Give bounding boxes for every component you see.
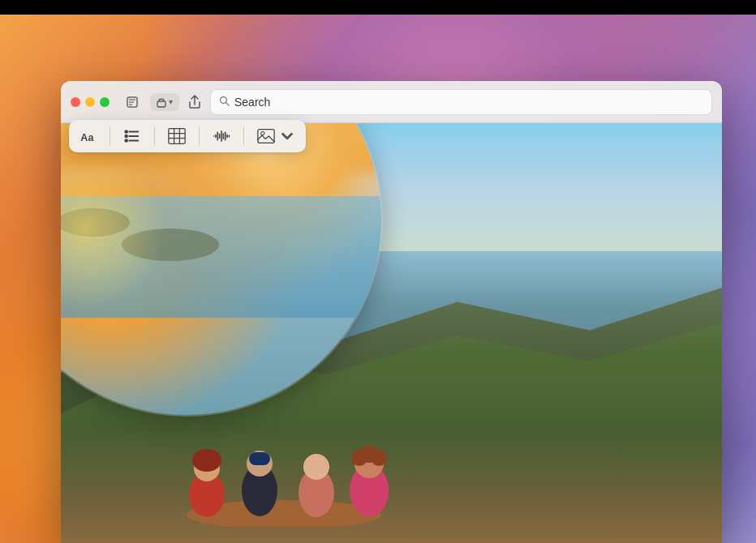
audio-button[interactable] xyxy=(213,127,230,145)
toolbar-divider-1 xyxy=(110,126,110,146)
share-button[interactable] xyxy=(183,90,207,114)
svg-point-10 xyxy=(192,449,221,472)
search-text: Search xyxy=(234,96,703,109)
toolbar-left xyxy=(71,91,144,113)
media-icon xyxy=(257,127,275,145)
svg-rect-13 xyxy=(249,452,270,465)
floating-toolbar: Aa xyxy=(69,120,306,152)
svg-point-43 xyxy=(261,132,264,135)
list-button[interactable] xyxy=(123,127,141,145)
magnifier-overlay xyxy=(61,123,381,415)
svg-point-22 xyxy=(124,130,128,134)
search-icon xyxy=(219,96,230,109)
lock-icon xyxy=(157,96,166,108)
svg-rect-28 xyxy=(169,129,185,144)
toolbar-divider-4 xyxy=(243,126,244,146)
media-button[interactable] xyxy=(257,127,296,145)
media-chevron-icon xyxy=(278,127,296,145)
traffic-light-close[interactable] xyxy=(71,97,80,107)
share-icon xyxy=(188,95,201,109)
svg-point-26 xyxy=(124,139,128,143)
edit-button[interactable] xyxy=(121,91,144,113)
lock-chevron: ▾ xyxy=(169,97,173,106)
svg-text:Aa: Aa xyxy=(80,132,94,143)
svg-rect-42 xyxy=(258,130,274,143)
svg-rect-4 xyxy=(157,101,165,107)
list-icon xyxy=(123,127,141,145)
black-bar-top xyxy=(0,0,756,15)
traffic-light-maximize[interactable] xyxy=(100,97,110,107)
toolbar-center: ▾ Search xyxy=(150,89,712,115)
lock-button[interactable]: ▾ xyxy=(150,93,179,111)
text-format-button[interactable]: Aa xyxy=(79,127,97,145)
traffic-light-minimize[interactable] xyxy=(85,97,95,107)
table-icon xyxy=(168,127,186,145)
svg-point-5 xyxy=(221,96,227,103)
svg-line-6 xyxy=(226,102,229,105)
svg-point-20 xyxy=(371,450,387,466)
browser-content xyxy=(61,123,722,543)
svg-point-15 xyxy=(303,454,329,480)
toolbar-divider-3 xyxy=(199,126,200,146)
table-button[interactable] xyxy=(168,127,186,145)
sun-glow xyxy=(61,148,166,310)
browser-toolbar: ▾ Search xyxy=(61,81,722,123)
text-format-icon: Aa xyxy=(79,127,97,145)
search-bar[interactable]: Search xyxy=(210,89,712,115)
toolbar-divider-2 xyxy=(154,126,155,146)
audio-icon xyxy=(213,127,230,145)
svg-point-24 xyxy=(124,135,128,139)
